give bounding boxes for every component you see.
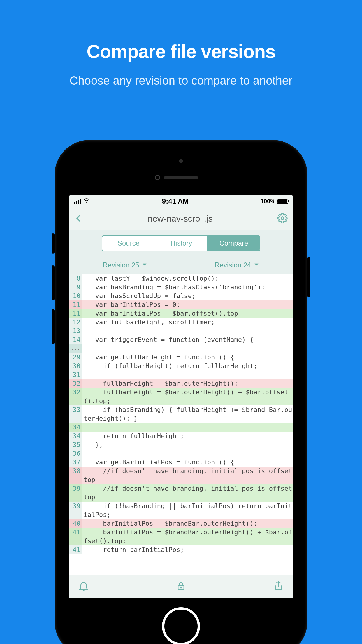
nav-bar: new-nav-scroll.js xyxy=(69,207,293,230)
diff-line: 12 var fullbarHeight, scrollTimer; xyxy=(69,318,293,327)
tab-history[interactable]: History xyxy=(155,236,207,251)
line-text: return barInitialPos; xyxy=(82,545,293,554)
nav-title: new-nav-scroll.js xyxy=(147,214,212,224)
revision-left-select[interactable]: Revision 25 xyxy=(69,261,181,269)
home-button[interactable] xyxy=(162,607,200,644)
line-number: 39 xyxy=(69,502,82,519)
share-button[interactable] xyxy=(273,580,284,594)
diff-line: 34 return fullbarHeight; xyxy=(69,432,293,440)
line-text: var getFullBarHeight = function () { xyxy=(82,353,293,362)
line-number: 14 xyxy=(69,335,82,344)
svg-point-0 xyxy=(281,217,284,219)
battery-icon xyxy=(277,199,288,204)
line-text: var hasScrolledUp = false; xyxy=(82,292,293,300)
line-text: fullbarHeight = $bar.outerHeight(); xyxy=(82,379,293,388)
line-number: 36 xyxy=(69,449,82,458)
diff-line: ... xyxy=(69,344,293,353)
diff-line: 35 }; xyxy=(69,440,293,449)
diff-view[interactable]: 8 var lastY = $window.scrollTop();9 var … xyxy=(69,274,293,575)
segmented-bar: SourceHistoryCompare xyxy=(69,230,293,256)
line-number: 32 xyxy=(69,388,82,405)
diff-line: 30 if (fullbarHeight) return fullbarHeig… xyxy=(69,362,293,370)
lock-button[interactable] xyxy=(175,580,187,594)
diff-line: 34 xyxy=(69,423,293,432)
line-text: }; xyxy=(82,440,293,449)
tab-compare[interactable]: Compare xyxy=(207,236,260,251)
diff-line: 41 barInitialPos = $brandBar.outerHeight… xyxy=(69,528,293,545)
line-text: return fullbarHeight; xyxy=(82,432,293,440)
line-text: var barInitialPos = $bar.offset().top; xyxy=(82,309,293,318)
line-number: 11 xyxy=(69,309,82,318)
line-number: 30 xyxy=(69,362,82,370)
line-text xyxy=(82,327,293,335)
diff-line: 9 var hasBranding = $bar.hasClass('brand… xyxy=(69,283,293,292)
diff-line: 10 var hasScrolledUp = false; xyxy=(69,292,293,300)
line-number: 29 xyxy=(69,353,82,362)
diff-line: 32 fullbarHeight = $bar.outerHeight(); xyxy=(69,379,293,388)
diff-line: 38 //if doesn't have branding, initial p… xyxy=(69,467,293,484)
diff-line: 39 //if doesn't have branding, initial p… xyxy=(69,484,293,502)
bottom-toolbar xyxy=(69,575,293,598)
back-button[interactable] xyxy=(74,212,83,225)
battery-percent: 100% xyxy=(261,198,275,205)
revision-right-label: Revision 24 xyxy=(215,261,251,269)
device-frame: 9:41 AM 100% new-nav-scroll.js SourceHis… xyxy=(55,140,307,644)
tab-source[interactable]: Source xyxy=(102,236,155,251)
line-text xyxy=(82,344,293,353)
line-number: 34 xyxy=(69,432,82,440)
line-text xyxy=(82,423,293,432)
diff-line: 32 fullbarHeight = $bar.outerHeight() + … xyxy=(69,388,293,405)
line-text: //if doesn't have branding, initial pos … xyxy=(82,467,293,484)
chevron-down-icon xyxy=(254,261,259,269)
line-text: fullbarHeight = $bar.outerHeight() + $ba… xyxy=(82,388,293,405)
diff-line: 39 if (!hasBranding || barInitialPos) re… xyxy=(69,502,293,519)
line-text: if (fullbarHeight) return fullbarHeight; xyxy=(82,362,293,370)
line-number: 32 xyxy=(69,379,82,388)
line-text: var hasBranding = $bar.hasClass('brandin… xyxy=(82,283,293,292)
diff-line: 8 var lastY = $window.scrollTop(); xyxy=(69,274,293,283)
line-number: 34 xyxy=(69,423,82,432)
line-number: 10 xyxy=(69,292,82,300)
line-text: var barInitialPos = 0; xyxy=(82,300,293,309)
promo-title: Compare file versions xyxy=(0,41,362,62)
line-number: 8 xyxy=(69,274,82,283)
diff-line: 11 var barInitialPos = 0; xyxy=(69,300,293,309)
line-text: var triggerEvent = function (eventName) … xyxy=(82,335,293,344)
diff-line: 40 barInitialPos = $brandBar.outerHeight… xyxy=(69,519,293,528)
diff-line: 14 var triggerEvent = function (eventNam… xyxy=(69,335,293,344)
diff-line: 36 xyxy=(69,449,293,458)
revision-right-select[interactable]: Revision 24 xyxy=(181,261,293,269)
line-number: 11 xyxy=(69,300,82,309)
diff-line: 37 var getBarInitialPos = function () { xyxy=(69,458,293,467)
line-number: 40 xyxy=(69,519,82,528)
line-number: ... xyxy=(69,344,82,353)
line-number: 13 xyxy=(69,327,82,335)
line-text: //if doesn't have branding, initial pos … xyxy=(82,484,293,502)
line-number: 39 xyxy=(69,484,82,502)
status-time: 9:41 AM xyxy=(162,197,189,205)
chevron-down-icon xyxy=(142,261,147,269)
line-number: 33 xyxy=(69,405,82,423)
diff-line: 29 var getFullBarHeight = function () { xyxy=(69,353,293,362)
line-text: if (hasBranding) { fullbarHeight += $bra… xyxy=(82,405,293,423)
promo-subtitle: Choose any revision to compare to anothe… xyxy=(0,74,362,87)
notifications-button[interactable] xyxy=(78,580,89,594)
diff-line: 13 xyxy=(69,327,293,335)
line-text: var getBarInitialPos = function () { xyxy=(82,458,293,467)
settings-button[interactable] xyxy=(277,213,288,225)
wifi-icon xyxy=(83,197,90,206)
status-bar: 9:41 AM 100% xyxy=(69,195,293,207)
line-number: 31 xyxy=(69,370,82,379)
line-text: var fullbarHeight, scrollTimer; xyxy=(82,318,293,327)
revision-left-label: Revision 25 xyxy=(103,261,139,269)
line-number: 41 xyxy=(69,528,82,545)
line-text: var lastY = $window.scrollTop(); xyxy=(82,274,293,283)
line-number: 38 xyxy=(69,467,82,484)
diff-line: 11 var barInitialPos = $bar.offset().top… xyxy=(69,309,293,318)
diff-line: 33 if (hasBranding) { fullbarHeight += $… xyxy=(69,405,293,423)
line-number: 9 xyxy=(69,283,82,292)
line-text xyxy=(82,370,293,379)
line-text xyxy=(82,449,293,458)
diff-line: 31 xyxy=(69,370,293,379)
line-number: 41 xyxy=(69,545,82,554)
